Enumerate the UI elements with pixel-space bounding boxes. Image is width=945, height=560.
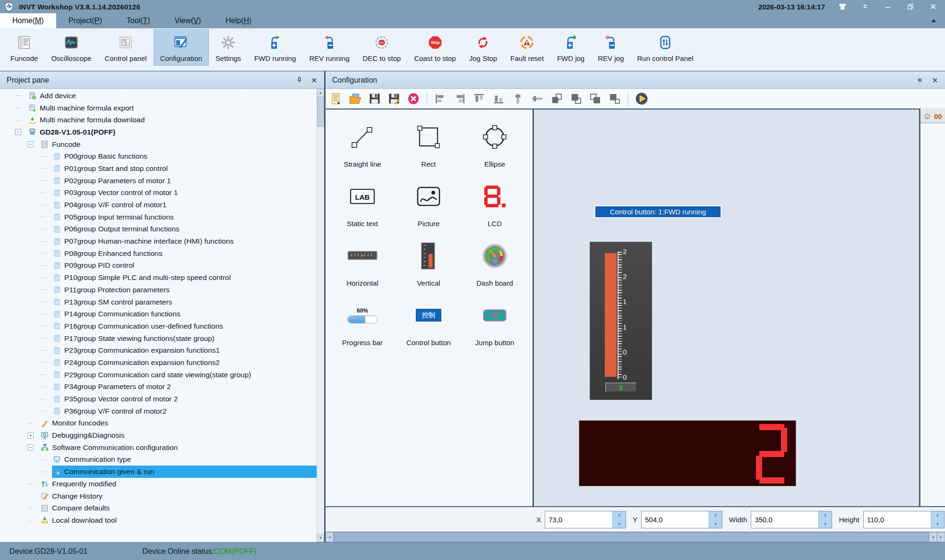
ribbon-button-fault-reset[interactable]: Fault reset: [504, 29, 550, 66]
tree-item[interactable]: Local download tool: [0, 514, 317, 526]
tree-item[interactable]: P13group SM control parameters: [0, 296, 317, 308]
save-button[interactable]: [367, 91, 383, 107]
layer-back-button[interactable]: [607, 91, 623, 107]
project-tree-scrollbar[interactable]: ▲ ▼: [317, 89, 324, 542]
align-top-button[interactable]: [471, 91, 487, 107]
palette-item-static-text[interactable]: LABStatic text: [329, 173, 395, 232]
design-canvas[interactable]: Control button: 1:FWD running 221100 2: [534, 109, 919, 506]
tree-item[interactable]: −Funcode: [0, 138, 317, 151]
palette-item-rect[interactable]: Rect: [395, 113, 462, 173]
y-input[interactable]: 504,0∧∨: [641, 511, 722, 528]
ribbon-button-run-control-panel[interactable]: Run control Panel: [630, 29, 700, 66]
pin-icon[interactable]: [916, 76, 924, 85]
tree-item[interactable]: P03group Vector control of motor 1: [0, 187, 317, 199]
minimize-button[interactable]: [883, 2, 893, 11]
spinner[interactable]: ∧∨: [709, 511, 722, 528]
palette-item-progress[interactable]: 60%Progress bar: [329, 292, 395, 351]
palette-item-lcd[interactable]: LCD: [462, 173, 528, 232]
tree-item[interactable]: P10group Simple PLC and multi-step speed…: [0, 272, 317, 284]
ribbon-button-rev-jog[interactable]: REV jog: [591, 29, 630, 66]
tree-item[interactable]: Multi machine formula download: [0, 114, 317, 126]
ribbon-button-coast-to-stop[interactable]: StopCoast to stop: [407, 29, 462, 66]
close-pane-icon[interactable]: [310, 76, 318, 85]
align-left-button[interactable]: [432, 91, 448, 107]
spin-down-icon[interactable]: ∨: [613, 519, 626, 528]
spinner[interactable]: ∧∨: [931, 511, 944, 528]
tree-item[interactable]: P00group Basic functions: [0, 150, 317, 162]
spin-down-icon[interactable]: ∨: [819, 519, 832, 528]
align-right-button[interactable]: [452, 91, 468, 107]
palette-item-jump-button[interactable]: 00Jump button: [462, 292, 528, 351]
canvas-control-button[interactable]: Control button: 1:FWD running: [594, 205, 722, 218]
spin-up-icon[interactable]: ∧: [613, 511, 626, 520]
delete-button[interactable]: [405, 91, 421, 107]
palette-item-ellipse[interactable]: Ellipse: [462, 113, 528, 173]
canvas-lcd-display[interactable]: [579, 420, 796, 486]
ribbon-button-dec-to-stop[interactable]: StopDEC to stop: [356, 29, 408, 66]
run-button[interactable]: [634, 91, 650, 107]
scroll-thumb[interactable]: [334, 532, 929, 542]
ribbon-button-configuration[interactable]: Configuration: [154, 29, 209, 66]
ribbon-button-fwd-jog[interactable]: FWD jog: [550, 29, 591, 66]
chevron-down-icon[interactable]: [860, 2, 870, 11]
spin-up-icon[interactable]: ∧: [819, 511, 832, 520]
canvas-vertical-gauge[interactable]: 221100 2: [590, 242, 652, 400]
open-button[interactable]: [347, 91, 363, 107]
close-button[interactable]: [928, 2, 938, 11]
canvas-page-tab[interactable]: 00: [920, 110, 945, 123]
restore-button[interactable]: [905, 2, 916, 11]
tree-item[interactable]: P09group PID control: [0, 260, 317, 272]
spin-down-icon[interactable]: ∨: [931, 519, 944, 528]
menu-item-help-h-[interactable]: Help(H): [213, 13, 264, 28]
save-all-button[interactable]: [386, 91, 402, 107]
tree-item[interactable]: P17group State viewing functions(state g…: [0, 332, 317, 345]
spin-up-icon[interactable]: ∧: [931, 511, 944, 520]
tree-item[interactable]: P16group Communication user-defined func…: [0, 320, 317, 332]
layer-forward-button[interactable]: [549, 91, 565, 107]
menu-item-tool-t-[interactable]: Tool(T): [114, 13, 163, 28]
ribbon-button-funcode[interactable]: Funcode: [4, 29, 44, 66]
tree-item[interactable]: P06group Output terminal functions: [0, 223, 317, 236]
ribbon-button-settings[interactable]: Settings: [209, 29, 248, 66]
expand-icon[interactable]: +: [27, 433, 34, 439]
scroll-up-icon[interactable]: ▲: [317, 89, 324, 97]
palette-item-control-button[interactable]: 控制Control button: [395, 292, 462, 351]
tree-item[interactable]: P08group Enhanced functions: [0, 247, 317, 260]
palette-item-horizontal[interactable]: Horizontal: [329, 232, 395, 292]
ribbon-button-oscilloscope[interactable]: Oscilloscope: [44, 29, 98, 66]
tree-item[interactable]: P07group Human-machine interface (HMI) f…: [0, 235, 317, 247]
scroll-right-icon[interactable]: ►: [937, 532, 945, 542]
spin-down-icon[interactable]: ∨: [709, 519, 722, 528]
tree-item[interactable]: P11group Protection parameters: [0, 284, 317, 296]
menu-item-view-v-[interactable]: View(V): [163, 13, 214, 28]
spinner[interactable]: ∧∨: [612, 511, 626, 528]
tree-item[interactable]: P24group Communication expansion functio…: [0, 356, 317, 369]
tree-item[interactable]: Frequently modified: [0, 478, 317, 490]
skin-icon[interactable]: [837, 2, 848, 11]
scroll-down-icon[interactable]: ▼: [317, 534, 324, 542]
height-input[interactable]: 110,0∧∨: [863, 511, 945, 528]
tree-item[interactable]: Change History: [0, 490, 317, 502]
tree-item[interactable]: P34group Parameters of motor 2: [0, 381, 317, 393]
new-button[interactable]: [328, 91, 344, 107]
tree-item[interactable]: −GD28-V1.05-01(POFF): [0, 126, 317, 138]
scroll-left-icon[interactable]: ◄: [326, 532, 334, 542]
layer-front-button[interactable]: [587, 91, 603, 107]
tree-item[interactable]: Compare defaults: [0, 502, 317, 514]
tree-item[interactable]: P14group Communication functions: [0, 308, 317, 320]
layer-backward-button[interactable]: [568, 91, 584, 107]
tree-item[interactable]: Multi machine formula export: [0, 102, 317, 114]
ribbon-button-fwd-running[interactable]: FWD running: [248, 29, 302, 66]
tree-item[interactable]: P35group Vector control of motor 2: [0, 393, 317, 405]
collapse-icon[interactable]: −: [27, 141, 34, 147]
ribbon-button-control-panel[interactable]: Control panel: [98, 29, 153, 66]
ribbon-button-rev-running[interactable]: REV running: [302, 29, 356, 66]
x-input[interactable]: 73,0∧∨: [545, 511, 626, 528]
palette-item-straight-line[interactable]: Straight line: [329, 113, 395, 173]
tree-item[interactable]: P01group Start and stop control: [0, 162, 317, 175]
collapse-ribbon-icon[interactable]: [930, 17, 945, 25]
scroll-thumb[interactable]: [317, 97, 324, 127]
tree-item[interactable]: Communication type: [0, 454, 317, 466]
tree-item[interactable]: Add device: [0, 90, 317, 102]
palette-item-picture[interactable]: Picture: [395, 173, 462, 232]
